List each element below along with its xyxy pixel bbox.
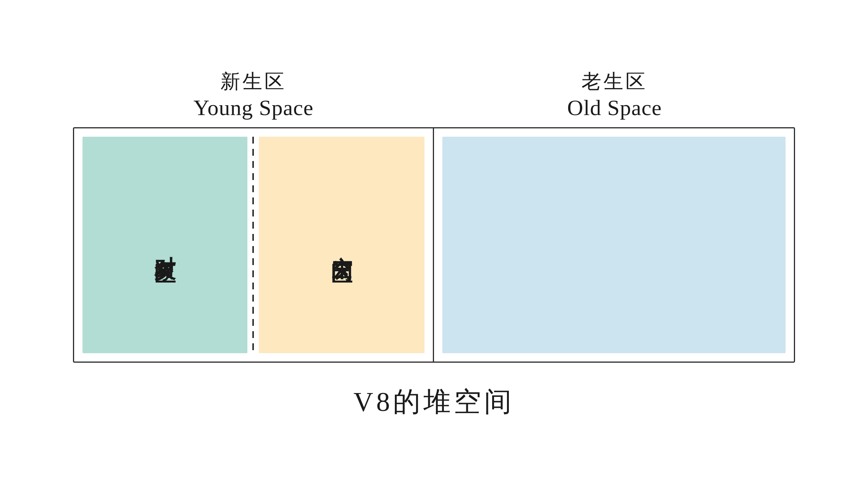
young-en-label: Young Space bbox=[193, 95, 314, 120]
old-area bbox=[442, 137, 786, 353]
dashed-divider bbox=[247, 128, 259, 362]
young-space-section: 对象区 空闲区 bbox=[74, 128, 434, 362]
young-cn-label: 新生区 bbox=[220, 68, 287, 95]
idle-area-text: 空闲区 bbox=[327, 239, 356, 251]
old-space-label: 老生区 Old Space bbox=[434, 68, 795, 120]
main-box: 对象区 空闲区 bbox=[73, 127, 795, 363]
old-space-section bbox=[434, 128, 794, 362]
diagram-wrapper: 新生区 Young Space 老生区 Old Space 对象区 空闲区 V8… bbox=[73, 68, 795, 420]
young-space-label: 新生区 Young Space bbox=[73, 68, 434, 120]
idle-area: 空闲区 bbox=[259, 137, 424, 353]
footer-label: V8的堆空间 bbox=[353, 384, 515, 420]
labels-row: 新生区 Young Space 老生区 Old Space bbox=[73, 68, 795, 120]
object-area: 对象区 bbox=[82, 137, 247, 353]
dashed-line bbox=[252, 137, 254, 353]
old-en-label: Old Space bbox=[567, 95, 662, 120]
old-cn-label: 老生区 bbox=[581, 68, 648, 95]
object-area-text: 对象区 bbox=[150, 239, 179, 251]
